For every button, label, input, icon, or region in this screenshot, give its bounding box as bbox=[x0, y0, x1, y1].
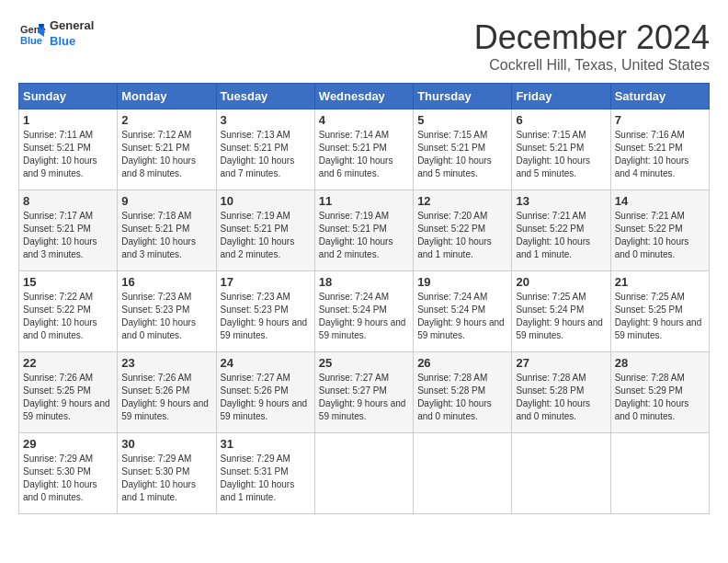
calendar-cell: 3Sunrise: 7:13 AMSunset: 5:21 PMDaylight… bbox=[216, 109, 314, 190]
weekday-header: Sunday bbox=[19, 84, 118, 109]
day-number: 16 bbox=[121, 275, 211, 289]
weekday-header: Thursday bbox=[414, 84, 512, 109]
day-number: 18 bbox=[319, 275, 409, 289]
day-number: 31 bbox=[221, 437, 311, 451]
day-info: Sunrise: 7:24 AMSunset: 5:24 PMDaylight:… bbox=[417, 291, 507, 342]
day-info: Sunrise: 7:11 AMSunset: 5:21 PMDaylight:… bbox=[23, 129, 113, 180]
day-number: 23 bbox=[121, 356, 211, 370]
day-info: Sunrise: 7:21 AMSunset: 5:22 PMDaylight:… bbox=[516, 210, 606, 261]
location: Cockrell Hill, Texas, United States bbox=[474, 57, 710, 74]
calendar-cell: 7Sunrise: 7:16 AMSunset: 5:21 PMDaylight… bbox=[610, 109, 709, 190]
day-info: Sunrise: 7:12 AMSunset: 5:21 PMDaylight:… bbox=[121, 129, 211, 180]
day-info: Sunrise: 7:23 AMSunset: 5:23 PMDaylight:… bbox=[221, 291, 311, 342]
day-number: 27 bbox=[516, 356, 606, 370]
day-info: Sunrise: 7:18 AMSunset: 5:21 PMDaylight:… bbox=[121, 210, 211, 261]
calendar-table: SundayMondayTuesdayWednesdayThursdayFrid… bbox=[18, 83, 710, 514]
day-info: Sunrise: 7:29 AMSunset: 5:31 PMDaylight:… bbox=[221, 453, 311, 504]
day-info: Sunrise: 7:15 AMSunset: 5:21 PMDaylight:… bbox=[516, 129, 606, 180]
calendar-cell: 9Sunrise: 7:18 AMSunset: 5:21 PMDaylight… bbox=[118, 190, 216, 271]
day-number: 11 bbox=[319, 194, 409, 208]
calendar-cell: 2Sunrise: 7:12 AMSunset: 5:21 PMDaylight… bbox=[118, 109, 216, 190]
calendar-cell: 27Sunrise: 7:28 AMSunset: 5:28 PMDayligh… bbox=[512, 352, 610, 433]
day-number: 7 bbox=[615, 113, 705, 127]
calendar-cell: 31Sunrise: 7:29 AMSunset: 5:31 PMDayligh… bbox=[216, 433, 314, 514]
day-info: Sunrise: 7:26 AMSunset: 5:25 PMDaylight:… bbox=[23, 372, 113, 423]
calendar-cell: 8Sunrise: 7:17 AMSunset: 5:21 PMDaylight… bbox=[19, 190, 118, 271]
calendar-cell: 17Sunrise: 7:23 AMSunset: 5:23 PMDayligh… bbox=[216, 271, 314, 352]
day-number: 30 bbox=[121, 437, 211, 451]
calendar-week-row: 29Sunrise: 7:29 AMSunset: 5:30 PMDayligh… bbox=[19, 433, 710, 514]
calendar-cell: 23Sunrise: 7:26 AMSunset: 5:26 PMDayligh… bbox=[118, 352, 216, 433]
title-block: December 2024 Cockrell Hill, Texas, Unit… bbox=[474, 18, 710, 74]
day-number: 29 bbox=[23, 437, 113, 451]
calendar-cell: 28Sunrise: 7:28 AMSunset: 5:29 PMDayligh… bbox=[610, 352, 709, 433]
day-number: 2 bbox=[121, 113, 211, 127]
day-number: 3 bbox=[221, 113, 311, 127]
calendar-cell: 1Sunrise: 7:11 AMSunset: 5:21 PMDaylight… bbox=[19, 109, 118, 190]
calendar-cell: 21Sunrise: 7:25 AMSunset: 5:25 PMDayligh… bbox=[610, 271, 709, 352]
calendar-cell: 30Sunrise: 7:29 AMSunset: 5:30 PMDayligh… bbox=[118, 433, 216, 514]
day-info: Sunrise: 7:15 AMSunset: 5:21 PMDaylight:… bbox=[417, 129, 507, 180]
day-number: 19 bbox=[417, 275, 507, 289]
calendar-cell: 19Sunrise: 7:24 AMSunset: 5:24 PMDayligh… bbox=[414, 271, 512, 352]
calendar-cell: 22Sunrise: 7:26 AMSunset: 5:25 PMDayligh… bbox=[19, 352, 118, 433]
calendar-week-row: 22Sunrise: 7:26 AMSunset: 5:25 PMDayligh… bbox=[19, 352, 710, 433]
day-number: 25 bbox=[319, 356, 409, 370]
weekday-header: Monday bbox=[118, 84, 216, 109]
day-number: 5 bbox=[417, 113, 507, 127]
weekday-header: Tuesday bbox=[216, 84, 314, 109]
calendar-cell: 11Sunrise: 7:19 AMSunset: 5:21 PMDayligh… bbox=[314, 190, 413, 271]
calendar-cell: 6Sunrise: 7:15 AMSunset: 5:21 PMDaylight… bbox=[512, 109, 610, 190]
calendar-week-row: 15Sunrise: 7:22 AMSunset: 5:22 PMDayligh… bbox=[19, 271, 710, 352]
day-info: Sunrise: 7:25 AMSunset: 5:25 PMDaylight:… bbox=[615, 291, 705, 342]
calendar-cell: 16Sunrise: 7:23 AMSunset: 5:23 PMDayligh… bbox=[118, 271, 216, 352]
day-info: Sunrise: 7:16 AMSunset: 5:21 PMDaylight:… bbox=[615, 129, 705, 180]
month-title: December 2024 bbox=[474, 18, 710, 57]
day-info: Sunrise: 7:28 AMSunset: 5:29 PMDaylight:… bbox=[615, 372, 705, 423]
day-number: 17 bbox=[221, 275, 311, 289]
page-header: General Blue General Blue December 2024 … bbox=[18, 18, 710, 74]
calendar-cell: 18Sunrise: 7:24 AMSunset: 5:24 PMDayligh… bbox=[314, 271, 413, 352]
calendar-cell bbox=[512, 433, 610, 514]
day-info: Sunrise: 7:17 AMSunset: 5:21 PMDaylight:… bbox=[23, 210, 113, 261]
day-info: Sunrise: 7:29 AMSunset: 5:30 PMDaylight:… bbox=[121, 453, 211, 504]
calendar-cell: 26Sunrise: 7:28 AMSunset: 5:28 PMDayligh… bbox=[414, 352, 512, 433]
calendar-cell: 5Sunrise: 7:15 AMSunset: 5:21 PMDaylight… bbox=[414, 109, 512, 190]
day-info: Sunrise: 7:27 AMSunset: 5:27 PMDaylight:… bbox=[319, 372, 409, 423]
day-number: 20 bbox=[516, 275, 606, 289]
calendar-cell: 20Sunrise: 7:25 AMSunset: 5:24 PMDayligh… bbox=[512, 271, 610, 352]
calendar-header-row: SundayMondayTuesdayWednesdayThursdayFrid… bbox=[19, 84, 710, 109]
calendar-cell: 24Sunrise: 7:27 AMSunset: 5:26 PMDayligh… bbox=[216, 352, 314, 433]
calendar-week-row: 8Sunrise: 7:17 AMSunset: 5:21 PMDaylight… bbox=[19, 190, 710, 271]
day-info: Sunrise: 7:21 AMSunset: 5:22 PMDaylight:… bbox=[615, 210, 705, 261]
day-number: 13 bbox=[516, 194, 606, 208]
calendar-cell: 25Sunrise: 7:27 AMSunset: 5:27 PMDayligh… bbox=[314, 352, 413, 433]
calendar-cell: 4Sunrise: 7:14 AMSunset: 5:21 PMDaylight… bbox=[314, 109, 413, 190]
logo-text: General Blue bbox=[50, 18, 94, 50]
day-number: 21 bbox=[615, 275, 705, 289]
calendar-cell: 15Sunrise: 7:22 AMSunset: 5:22 PMDayligh… bbox=[19, 271, 118, 352]
day-info: Sunrise: 7:23 AMSunset: 5:23 PMDaylight:… bbox=[121, 291, 211, 342]
day-info: Sunrise: 7:29 AMSunset: 5:30 PMDaylight:… bbox=[23, 453, 113, 504]
calendar-cell: 10Sunrise: 7:19 AMSunset: 5:21 PMDayligh… bbox=[216, 190, 314, 271]
calendar-cell: 13Sunrise: 7:21 AMSunset: 5:22 PMDayligh… bbox=[512, 190, 610, 271]
day-number: 10 bbox=[221, 194, 311, 208]
calendar-cell bbox=[414, 433, 512, 514]
day-number: 28 bbox=[615, 356, 705, 370]
day-number: 14 bbox=[615, 194, 705, 208]
logo-icon: General Blue bbox=[18, 20, 46, 48]
day-number: 9 bbox=[121, 194, 211, 208]
day-number: 1 bbox=[23, 113, 113, 127]
day-number: 22 bbox=[23, 356, 113, 370]
day-info: Sunrise: 7:14 AMSunset: 5:21 PMDaylight:… bbox=[319, 129, 409, 180]
svg-text:Blue: Blue bbox=[20, 35, 42, 46]
calendar-cell bbox=[610, 433, 709, 514]
weekday-header: Saturday bbox=[610, 84, 709, 109]
day-info: Sunrise: 7:19 AMSunset: 5:21 PMDaylight:… bbox=[319, 210, 409, 261]
day-info: Sunrise: 7:28 AMSunset: 5:28 PMDaylight:… bbox=[516, 372, 606, 423]
day-info: Sunrise: 7:22 AMSunset: 5:22 PMDaylight:… bbox=[23, 291, 113, 342]
calendar-cell: 29Sunrise: 7:29 AMSunset: 5:30 PMDayligh… bbox=[19, 433, 118, 514]
day-info: Sunrise: 7:19 AMSunset: 5:21 PMDaylight:… bbox=[221, 210, 311, 261]
calendar-cell: 14Sunrise: 7:21 AMSunset: 5:22 PMDayligh… bbox=[610, 190, 709, 271]
calendar-week-row: 1Sunrise: 7:11 AMSunset: 5:21 PMDaylight… bbox=[19, 109, 710, 190]
